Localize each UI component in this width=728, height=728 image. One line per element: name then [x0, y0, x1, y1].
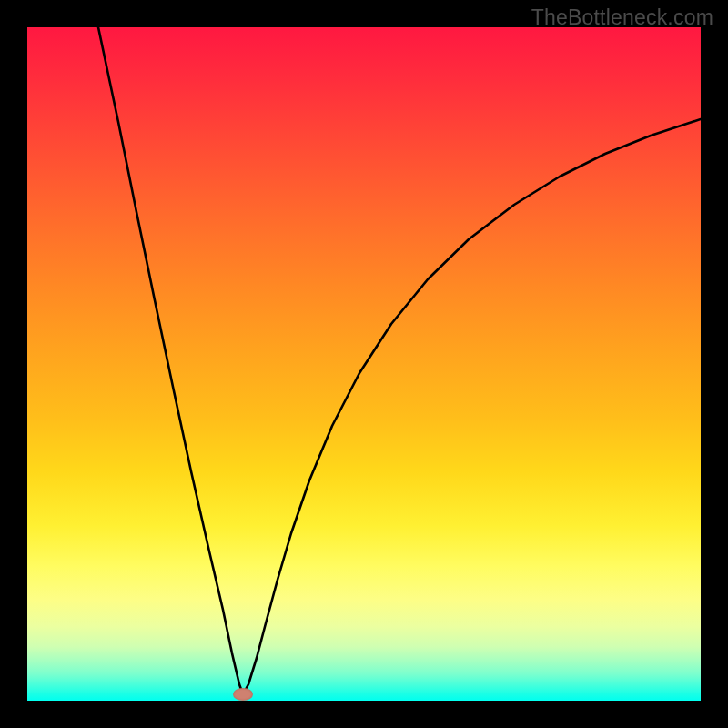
- watermark-text: TheBottleneck.com: [531, 5, 713, 30]
- chart-frame: TheBottleneck.com: [0, 0, 728, 728]
- bottleneck-curve: [27, 27, 701, 701]
- curve-path: [98, 27, 701, 694]
- plot-area: [27, 27, 701, 701]
- minimum-marker: [233, 688, 253, 701]
